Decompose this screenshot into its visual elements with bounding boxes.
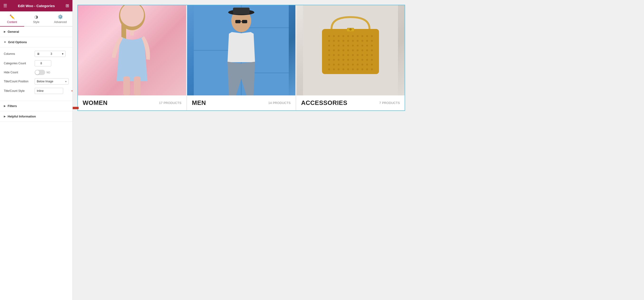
svg-point-62 (328, 54, 330, 56)
grid-options-section: ▼ Grid Options Columns 🖥 3 ▾ Categories … (0, 37, 72, 101)
svg-point-42 (328, 45, 330, 46)
product-card-accessories[interactable]: ACCESSORIES 7 PRODUCTS (296, 5, 405, 110)
accessories-title: ACCESSORIES (301, 99, 348, 107)
toggle-no-label: NO (46, 71, 50, 74)
columns-control: 🖥 3 ▾ (35, 51, 69, 57)
title-count-position-label: Title/Count Position (4, 80, 35, 83)
svg-point-64 (338, 54, 340, 56)
svg-point-94 (338, 68, 340, 70)
svg-rect-7 (123, 76, 130, 95)
svg-point-39 (362, 40, 363, 42)
men-count: 14 PRODUCTS (268, 101, 291, 105)
svg-point-86 (347, 64, 349, 65)
columns-chevron-icon: ▾ (62, 52, 64, 55)
grid-options-header[interactable]: ▼ Grid Options (0, 37, 72, 47)
svg-point-70 (366, 54, 368, 56)
svg-point-25 (342, 35, 344, 37)
svg-point-37 (352, 40, 354, 42)
filters-section: ▶ Filters (0, 101, 72, 111)
svg-point-91 (371, 64, 373, 65)
svg-point-58 (357, 49, 358, 51)
svg-point-88 (357, 64, 358, 65)
columns-value: 3 (50, 52, 52, 55)
svg-point-84 (338, 64, 340, 65)
halfcircle-icon: ◑ (34, 14, 38, 19)
helpful-info-section-header[interactable]: ▶ Helpful Information (0, 111, 72, 121)
tab-style[interactable]: ◑ Style (24, 11, 48, 26)
svg-point-28 (357, 35, 358, 37)
main-content: WOMEN 17 PRODUCTS (73, 0, 644, 300)
title-count-position-field-row: Title/Count Position Below Image ▾ (4, 78, 69, 84)
svg-rect-8 (134, 76, 140, 95)
svg-point-26 (347, 35, 349, 37)
svg-point-100 (366, 68, 368, 70)
svg-point-54 (338, 49, 340, 51)
filters-chevron-right-icon: ▶ (4, 105, 6, 107)
grid-icon[interactable]: ⊞ (66, 3, 69, 8)
svg-point-99 (362, 68, 363, 70)
categories-count-input[interactable] (35, 60, 51, 66)
svg-point-36 (347, 40, 349, 42)
hide-count-toggle[interactable] (35, 70, 45, 75)
svg-rect-21 (322, 29, 379, 74)
helpful-info-section: ▶ Helpful Information (0, 111, 72, 122)
svg-rect-18 (242, 20, 247, 23)
svg-point-87 (352, 64, 354, 65)
svg-point-69 (362, 54, 363, 56)
svg-point-51 (371, 45, 373, 46)
svg-point-85 (342, 64, 344, 65)
svg-point-78 (357, 59, 358, 61)
general-section-header[interactable]: ▶ General (0, 26, 72, 37)
hide-count-label: Hide Count (4, 71, 35, 74)
accessories-count: 7 PRODUCTS (379, 101, 400, 105)
svg-point-34 (338, 40, 340, 42)
svg-point-43 (333, 45, 335, 46)
svg-point-60 (366, 49, 368, 51)
hide-count-toggle-wrap: NO (35, 70, 50, 75)
svg-rect-16 (233, 7, 250, 14)
categories-count-label: Categories Count (4, 62, 35, 65)
columns-select[interactable]: 🖥 3 ▾ (35, 51, 66, 57)
title-count-style-control (35, 88, 69, 94)
svg-marker-0 (71, 88, 73, 93)
general-section: ▶ General (0, 26, 72, 37)
svg-point-48 (357, 45, 358, 46)
hamburger-icon[interactable]: ☰ (3, 3, 7, 8)
women-product-info: WOMEN 17 PRODUCTS (78, 95, 186, 110)
red-arrow-right-icon (71, 88, 73, 93)
hide-count-field-row: Hide Count NO (4, 70, 69, 75)
tab-content[interactable]: ✏️ Content (0, 11, 24, 26)
svg-point-23 (333, 35, 335, 37)
svg-point-83 (333, 64, 335, 65)
women-figure-svg (78, 5, 186, 95)
general-section-label: General (8, 30, 19, 33)
tab-advanced[interactable]: ⚙️ Advanced (48, 11, 72, 26)
filters-section-header[interactable]: ▶ Filters (0, 101, 72, 111)
title-count-position-select[interactable]: Below Image ▾ (35, 78, 69, 84)
svg-point-32 (328, 40, 330, 42)
tab-content-label: Content (7, 20, 17, 24)
svg-point-35 (342, 40, 344, 42)
men-image (187, 5, 296, 95)
filters-section-label: Filters (8, 104, 17, 108)
grid-options-label: Grid Options (8, 40, 27, 44)
svg-point-101 (371, 68, 373, 70)
chevron-right-icon: ▶ (4, 30, 6, 33)
columns-label: Columns (4, 52, 35, 55)
pencil-icon: ✏️ (10, 14, 15, 19)
svg-point-52 (328, 49, 330, 51)
sidebar: ☰ Edit Woo - Categories ⊞ ✏️ Content ◑ S… (0, 0, 73, 300)
svg-point-63 (333, 54, 335, 56)
svg-point-80 (366, 59, 368, 61)
svg-point-41 (371, 40, 373, 42)
product-card-men[interactable]: MEN 14 PRODUCTS (187, 5, 296, 110)
product-card-women[interactable]: WOMEN 17 PRODUCTS (78, 5, 186, 110)
title-count-position-control: Below Image ▾ (35, 78, 69, 84)
toggle-knob (35, 70, 40, 74)
svg-point-92 (328, 68, 330, 70)
title-count-style-input[interactable] (35, 88, 63, 94)
svg-point-79 (362, 59, 363, 61)
men-title: MEN (192, 99, 206, 107)
svg-rect-17 (235, 20, 240, 23)
svg-point-57 (352, 49, 354, 51)
